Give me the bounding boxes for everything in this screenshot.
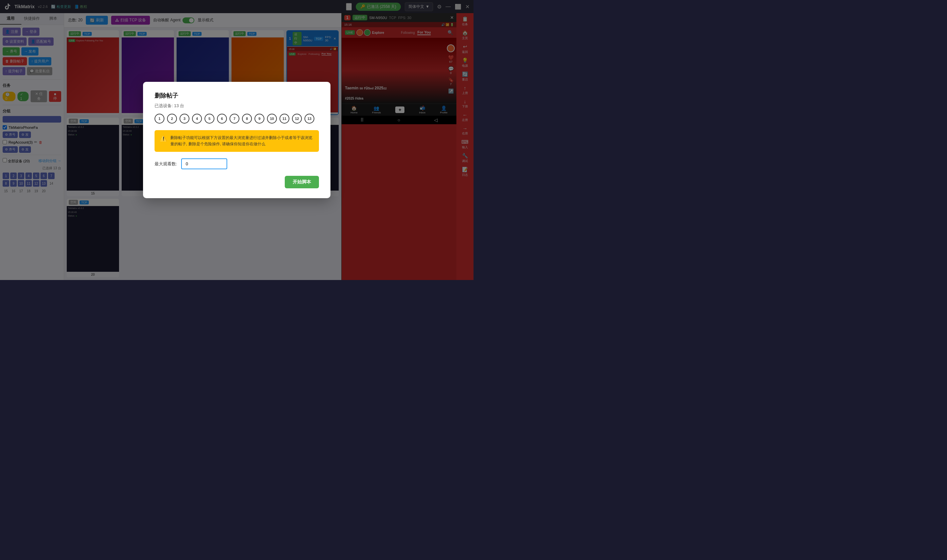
warning-icon: ⚠️ [160, 135, 167, 142]
modal-footer: 开始脚本 [154, 176, 319, 188]
modal-dev-circle-13[interactable]: 13 [305, 114, 314, 123]
start-script-button[interactable]: 开始脚本 [285, 176, 319, 188]
modal-dev-circle-10[interactable]: 10 [267, 114, 277, 123]
device-circles: 1 2 3 4 5 6 7 8 9 10 11 12 13 [154, 114, 319, 123]
modal-dev-circle-11[interactable]: 11 [280, 114, 289, 123]
modal-dev-circle-7[interactable]: 7 [229, 114, 239, 123]
max-views-input[interactable] [181, 158, 227, 169]
modal-form-row: 最大观看数: [154, 158, 319, 169]
delete-post-modal: 删除帖子 已选设备: 13 台 1 2 3 4 5 6 7 8 9 10 11 … [143, 82, 331, 198]
modal-overlay: 删除帖子 已选设备: 13 台 1 2 3 4 5 6 7 8 9 10 11 … [0, 0, 473, 280]
modal-dev-circle-9[interactable]: 9 [254, 114, 264, 123]
modal-dev-circle-3[interactable]: 3 [180, 114, 189, 123]
modal-dev-circle-12[interactable]: 12 [292, 114, 302, 123]
modal-dev-circle-6[interactable]: 6 [217, 114, 227, 123]
warning-box: ⚠️ 删除帖子功能可以根据下方设置的最大浏览量进行过滤并删除小于或者等于该浏览量… [154, 130, 319, 152]
modal-dev-circle-5[interactable]: 5 [205, 114, 214, 123]
modal-dev-circle-4[interactable]: 4 [192, 114, 202, 123]
modal-title: 删除帖子 [154, 92, 319, 100]
modal-dev-circle-8[interactable]: 8 [242, 114, 252, 123]
max-views-label: 最大观看数: [154, 161, 177, 167]
modal-dev-circle-1[interactable]: 1 [154, 114, 165, 123]
modal-subtitle: 已选设备: 13 台 [154, 103, 319, 109]
warning-text: 删除帖子功能可以根据下方设置的最大浏览量进行过滤并删除小于或者等于该浏览量的帖子… [170, 135, 314, 147]
modal-dev-circle-2[interactable]: 2 [167, 114, 177, 123]
